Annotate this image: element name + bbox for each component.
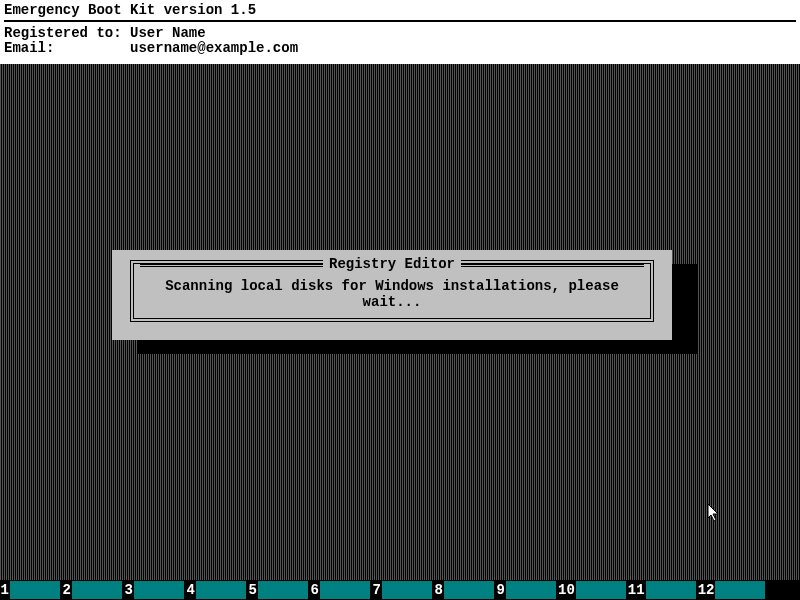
fkey-label [506,581,556,599]
fkey-6[interactable]: 6 [310,580,372,600]
fkey-7[interactable]: 7 [372,580,434,600]
registered-value: User Name [130,25,206,41]
fkey-number: 11 [628,582,646,598]
header-divider [4,20,796,22]
app-title: Emergency Boot Kit version 1.5 [4,2,796,20]
fkey-label [196,581,246,599]
fkey-label [258,581,308,599]
mouse-cursor-icon [708,504,722,524]
fkey-5[interactable]: 5 [248,580,310,600]
dialog-inner-border: Registry Editor Scanning local disks for… [133,263,651,319]
fkey-label [134,581,184,599]
title-rule-left [140,264,323,267]
dialog-title-row: Registry Editor [140,256,644,272]
fkey-label [382,581,432,599]
fkey-number: 9 [496,582,506,598]
fkey-label [576,581,626,599]
fkey-label [444,581,494,599]
fkey-label [715,581,765,599]
function-key-bar: 123456789101112 [0,580,800,600]
fkey-number: 2 [62,582,72,598]
title-rule-right [461,264,644,267]
dialog-outer-border: Registry Editor Scanning local disks for… [130,260,654,322]
fkey-12[interactable]: 12 [698,580,768,600]
registry-editor-dialog: Registry Editor Scanning local disks for… [112,250,672,340]
fkey-number: 7 [372,582,382,598]
registered-line: Registered to: User Name [4,26,796,41]
email-label: Email: [4,40,54,56]
fkey-9[interactable]: 9 [496,580,558,600]
fkey-number: 8 [434,582,444,598]
header-bar: Emergency Boot Kit version 1.5 Registere… [0,0,800,64]
fkey-3[interactable]: 3 [124,580,186,600]
email-line: Email: username@example.com [4,41,796,56]
fkey-number: 5 [248,582,258,598]
fkey-10[interactable]: 10 [558,580,628,600]
fkey-11[interactable]: 11 [628,580,698,600]
fkey-number: 10 [558,582,576,598]
fkey-4[interactable]: 4 [186,580,248,600]
workspace-area: Registry Editor Scanning local disks for… [0,64,800,580]
email-value: username@example.com [130,40,298,56]
fkey-number: 4 [186,582,196,598]
fkey-number: 1 [0,582,10,598]
fkey-label [72,581,122,599]
fkey-number: 6 [310,582,320,598]
fkey-label [320,581,370,599]
dialog-title: Registry Editor [323,256,461,272]
fkey-label [646,581,696,599]
fkey-2[interactable]: 2 [62,580,124,600]
fkey-8[interactable]: 8 [434,580,496,600]
dialog-message: Scanning local disks for Windows install… [140,276,644,310]
fkey-label [10,581,60,599]
fkey-number: 12 [698,582,716,598]
fkey-1[interactable]: 1 [0,580,62,600]
registered-label: Registered to: [4,25,122,41]
fkey-number: 3 [124,582,134,598]
